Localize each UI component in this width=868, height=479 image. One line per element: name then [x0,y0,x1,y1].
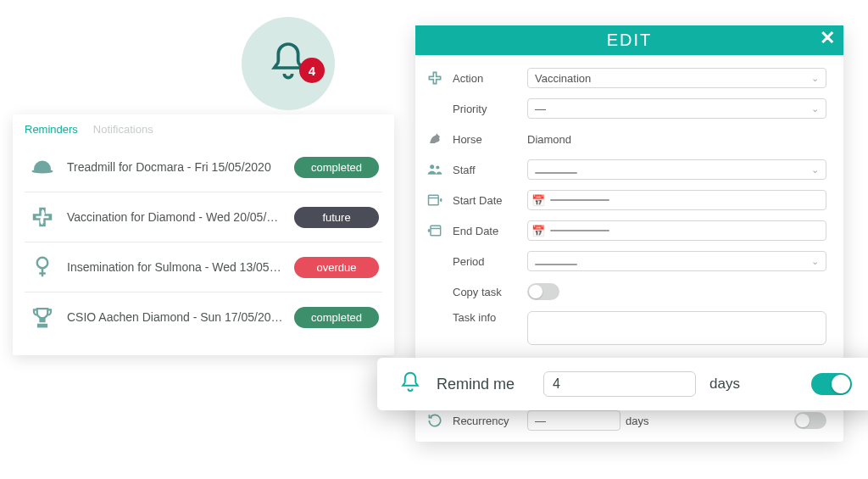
copytask-toggle[interactable] [527,283,559,300]
horse-value: Diamond [527,133,571,146]
recurrency-label: Recurrency [453,415,519,427]
reminders-panel: 4 Reminders Notifications Treadmill for … [13,114,394,355]
recurrency-value: — [535,415,546,427]
medical-cross-icon [426,69,444,87]
recurrency-input[interactable]: — [527,410,620,431]
recurrency-unit: days [626,415,648,427]
enddate-label: End Date [453,225,519,237]
remind-me-unit: days [709,376,740,393]
svg-point-1 [37,258,48,269]
remind-me-value: 4 [553,376,560,392]
action-label: Action [453,72,519,85]
startdate-label: Start Date [453,194,519,207]
remind-me-card: Remind me 4 days [377,358,868,410]
tab-notifications[interactable]: Notifications [93,123,153,136]
status-badge: completed [294,157,379,178]
status-badge: completed [294,307,379,328]
chevron-down-icon: ⌄ [811,73,819,84]
svg-point-2 [430,164,434,169]
reminder-row[interactable]: Treadmill for Docmara - Fri 15/05/2020co… [25,142,382,192]
reminder-row[interactable]: CSIO Aachen Diamond - Sun 17/05/2020comp… [25,292,382,342]
action-value: Vaccination [535,72,591,85]
remind-me-toggle[interactable] [811,373,852,395]
female-icon [28,253,57,281]
chevron-down-icon: ⌄ [811,164,819,175]
svg-rect-4 [429,195,439,205]
reminder-row[interactable]: Insemination for Sulmona - Wed 13/05/202… [25,242,382,292]
horse-icon [426,130,444,148]
reminder-text: Insemination for Sulmona - Wed 13/05/202… [67,260,284,274]
chevron-down-icon: ⌄ [811,103,819,114]
tab-reminders[interactable]: Reminders [25,123,78,136]
recurrency-toggle[interactable] [794,412,826,429]
reminder-tabs: Reminders Notifications [25,123,382,136]
people-icon [426,160,444,179]
period-label: Period [453,255,519,268]
staff-select[interactable]: ⌄ [527,159,826,180]
priority-label: Priority [453,103,519,115]
notification-bell-badge: 4 [242,17,335,110]
status-badge: future [294,207,379,228]
action-select[interactable]: Vaccination ⌄ [527,68,826,88]
priority-select[interactable]: — ⌄ [527,98,826,119]
edit-header: EDIT ✕ [415,25,843,55]
calendar-in-icon [426,221,444,240]
svg-rect-5 [431,226,441,236]
svg-point-0 [32,170,53,174]
helmet-icon [28,153,57,181]
edit-title: EDIT [607,31,653,49]
remind-me-label: Remind me [437,376,530,393]
startdate-input[interactable]: 📅 [527,190,826,210]
reminder-text: Treadmill for Docmara - Fri 15/05/2020 [67,160,284,174]
svg-point-3 [436,165,439,169]
reminders-list: Treadmill for Docmara - Fri 15/05/2020co… [25,142,382,342]
taskinfo-textarea[interactable] [527,311,826,345]
reminder-text: CSIO Aachen Diamond - Sun 17/05/2020 [67,310,284,324]
status-badge: overdue [294,257,379,278]
calendar-icon: 📅 [531,225,545,237]
copytask-label: Copy task [453,286,519,298]
trophy-icon [28,303,57,331]
enddate-input[interactable]: 📅 [527,220,826,241]
calendar-icon: 📅 [531,194,545,207]
reminder-row[interactable]: Vaccination for Diamond - Wed 20/05/2020… [25,192,382,242]
remind-me-input[interactable]: 4 [543,371,696,397]
horse-label: Horse [453,133,519,146]
priority-value: — [535,103,546,115]
taskinfo-label: Task info [453,311,519,324]
medical-icon [28,203,57,231]
staff-label: Staff [453,164,519,176]
refresh-icon [426,411,444,430]
calendar-out-icon [426,191,444,209]
close-icon[interactable]: ✕ [820,27,837,49]
chevron-down-icon: ⌄ [811,256,819,267]
bell-icon [398,370,423,398]
notification-count-badge: 4 [299,58,325,83]
reminder-text: Vaccination for Diamond - Wed 20/05/2020 [67,210,284,224]
period-select[interactable]: ⌄ [527,251,826,271]
